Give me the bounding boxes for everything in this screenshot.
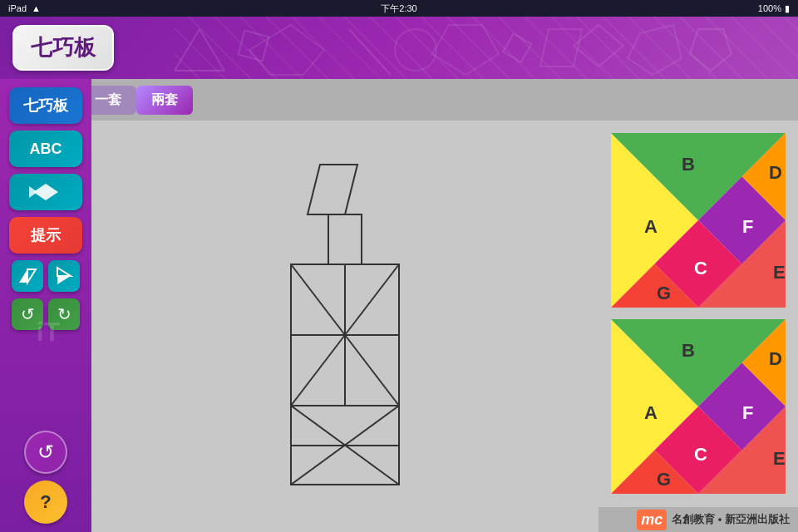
piece-f-label: F <box>742 216 753 237</box>
flip-v-icon <box>54 266 74 286</box>
flip-horizontal-button[interactable] <box>12 260 43 292</box>
tangram-ref-1-svg: A B D E F C G <box>611 133 786 308</box>
svg-marker-7 <box>540 29 582 66</box>
piece-g-label-2: G <box>657 469 671 490</box>
status-time: 下午2:30 <box>381 2 416 15</box>
svg-marker-5 <box>432 25 499 75</box>
flip-vertical-button[interactable] <box>48 260 80 292</box>
puzzle-svg: .outline { fill: none; stroke: #333; str… <box>212 148 478 505</box>
app-title: 七巧板 <box>12 25 114 71</box>
piece-g-label: G <box>657 283 671 303</box>
svg-marker-12 <box>29 186 37 198</box>
status-right: 100% ▮ <box>758 3 790 14</box>
hint-button[interactable]: 提示 <box>9 217 82 254</box>
svg-marker-17 <box>308 165 357 214</box>
piece-e-label-2: E <box>773 448 786 469</box>
main-area: .outline { fill: none; stroke: #333; str… <box>91 121 798 532</box>
piece-a-label-2: A <box>644 402 658 423</box>
svg-marker-8 <box>574 25 623 66</box>
header-decoration <box>175 21 756 79</box>
wifi-icon: ▲ <box>32 3 41 13</box>
footer-logo-icon: mc <box>637 510 667 530</box>
ipad-label: iPad <box>8 3 27 13</box>
battery-icon: ▮ <box>785 3 790 14</box>
tab-liangtao[interactable]: 兩套 <box>136 86 193 115</box>
svg-marker-13 <box>19 269 27 283</box>
shape-mode-button[interactable] <box>9 174 82 210</box>
tangram-ref-1: A B D E F C G <box>611 133 786 311</box>
right-panel: A B D E F C G A <box>598 121 798 532</box>
transform-row-1 <box>9 260 82 292</box>
piece-b-label-2: B <box>682 340 695 361</box>
status-left: iPad ▲ <box>8 3 41 13</box>
piece-c-label-2: C <box>694 444 707 465</box>
piece-d-label: D <box>769 162 782 183</box>
tangram-ref-2: A B D E F C G <box>611 319 786 497</box>
svg-marker-10 <box>690 29 732 71</box>
top-controls-bar: 七巧板 一套 兩套 <box>0 79 798 121</box>
piece-e-label: E <box>773 262 786 283</box>
it-label: iT <box>7 308 90 356</box>
header: 七巧板 <box>0 17 798 79</box>
svg-point-4 <box>395 29 436 71</box>
piece-a-label: A <box>644 216 658 237</box>
svg-marker-14 <box>27 269 36 283</box>
svg-rect-1 <box>239 31 269 62</box>
piece-d-label-2: D <box>769 348 782 369</box>
piece-f-label-2: F <box>742 402 753 423</box>
svg-line-3 <box>349 29 391 75</box>
status-bar: iPad ▲ 下午2:30 100% ▮ <box>0 0 798 17</box>
flip-h-icon <box>17 266 37 286</box>
fish-icon <box>29 180 62 204</box>
svg-marker-0 <box>175 29 224 71</box>
piece-c-label: C <box>694 258 707 278</box>
tangram-ref-2-svg: A B D E F C G <box>611 319 786 494</box>
refresh-icon: ↺ <box>37 441 54 464</box>
abc-mode-button[interactable]: ABC <box>9 131 82 167</box>
svg-marker-16 <box>57 276 71 284</box>
footer: mc 名創教育 • 新亞洲出版社 <box>598 507 798 532</box>
tangram-mode-button[interactable]: 七巧板 <box>9 87 82 124</box>
svg-marker-9 <box>628 25 682 75</box>
svg-rect-6 <box>503 34 531 62</box>
battery-label: 100% <box>758 3 781 13</box>
help-button[interactable]: ? <box>24 480 67 524</box>
svg-marker-2 <box>249 25 324 75</box>
svg-marker-15 <box>57 268 71 276</box>
sidebar: 七巧板 ABC 提示 ↺ ↻ iT <box>0 79 91 532</box>
piece-b-label: B <box>682 154 695 175</box>
svg-rect-18 <box>328 214 362 264</box>
canvas-area[interactable]: .outline { fill: none; stroke: #333; str… <box>91 121 598 532</box>
refresh-button[interactable]: ↺ <box>24 431 67 474</box>
help-icon: ? <box>40 491 51 513</box>
footer-text: 名創教育 • 新亞洲出版社 <box>672 512 790 527</box>
